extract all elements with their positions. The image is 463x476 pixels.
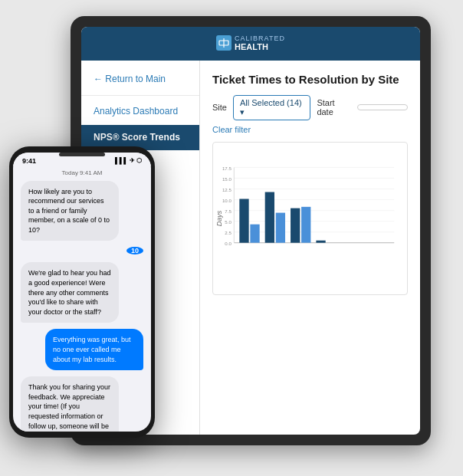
phone: 9:41 ▌▌▌ ✈ ⬡ Today 9:41 AM How likely ar… — [9, 146, 155, 438]
message-2: We're glad to hear you had a good experi… — [21, 262, 119, 323]
message-3: Everything was great, but no one ever ca… — [45, 329, 143, 370]
tablet-header: CALIBRATED HEALTH — [81, 27, 420, 61]
phone-screen: 9:41 ▌▌▌ ✈ ⬡ Today 9:41 AM How likely ar… — [13, 153, 151, 432]
bar-3a — [291, 208, 300, 242]
brand-logo: CALIBRATED HEALTH — [216, 35, 285, 52]
clear-filter-link[interactable]: Clear filter — [212, 125, 408, 134]
messages-container: How likely are you to recommend our serv… — [13, 181, 151, 432]
page-title: Ticket Times to Resolution by Site — [212, 73, 408, 86]
bar-4a — [316, 240, 325, 242]
svg-text:5.0: 5.0 — [225, 219, 232, 225]
sidebar-return[interactable]: ← Return to Main — [81, 67, 199, 93]
svg-text:15.0: 15.0 — [222, 176, 232, 181]
chart-container: Days 17.5 15.0 12.5 10.0 7.5 — [212, 142, 408, 295]
phone-time: 9:41 — [22, 157, 36, 165]
svg-text:10.0: 10.0 — [222, 198, 232, 203]
score-badge: 10 — [126, 247, 143, 254]
svg-text:2.5: 2.5 — [225, 230, 232, 235]
chart-y-label: Days — [215, 210, 223, 226]
main-content: Ticket Times to Resolution by Site Site … — [200, 61, 420, 435]
svg-text:0.0: 0.0 — [225, 241, 232, 246]
bar-3b — [301, 206, 310, 242]
message-1: How likely are you to recommend our serv… — [21, 181, 119, 241]
phone-signal: ▌▌▌ ✈ ⬡ — [115, 157, 142, 164]
svg-text:12.5: 12.5 — [222, 187, 232, 192]
message-4: Thank you for sharing your feedback. We … — [21, 376, 119, 431]
brand-calibrated: CALIBRATED — [235, 35, 285, 43]
sidebar-analytics[interactable]: Analytics Dashboard — [81, 99, 199, 125]
bar-2a — [265, 192, 274, 242]
brand-icon — [216, 35, 232, 51]
start-date-input[interactable] — [357, 104, 408, 110]
bar-1a — [239, 199, 248, 242]
phone-notch — [59, 153, 105, 156]
chart-svg: 17.5 15.0 12.5 10.0 7.5 5.0 — [219, 150, 401, 288]
phone-date-label: Today 9:41 AM — [13, 166, 151, 181]
svg-text:7.5: 7.5 — [225, 208, 232, 214]
bar-1b — [250, 224, 259, 242]
sidebar-divider-1 — [81, 95, 199, 96]
start-date-label: Start date — [317, 98, 350, 117]
site-filter-label: Site — [212, 103, 227, 112]
filter-row: Site All Selected (14) ▾ Start date — [212, 95, 408, 120]
svg-text:17.5: 17.5 — [222, 165, 232, 170]
bar-2b — [276, 212, 285, 242]
brand-health: HEALTH — [235, 42, 285, 51]
site-filter-select[interactable]: All Selected (14) ▾ — [233, 95, 310, 120]
scene: CALIBRATED HEALTH ← Return to Main Analy… — [9, 8, 454, 468]
